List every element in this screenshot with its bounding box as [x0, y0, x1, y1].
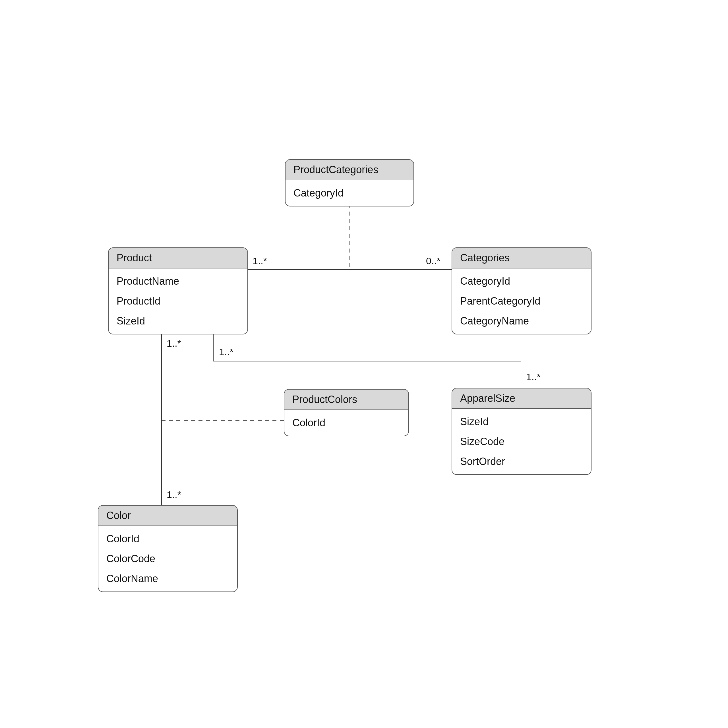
entity-attribute: SizeCode: [460, 432, 583, 451]
entity-categories: Categories CategoryId ParentCategoryId C…: [451, 248, 592, 335]
entity-attribute: ProductName: [116, 271, 239, 291]
entity-attribute: ColorId: [292, 413, 401, 433]
entity-color: Color ColorId ColorCode ColorName: [98, 505, 238, 592]
entity-attribute: SortOrder: [460, 451, 583, 471]
entity-attribute: SizeId: [460, 412, 583, 432]
entity-attribute: ColorName: [106, 569, 229, 589]
multiplicity-label: 1..*: [526, 372, 541, 382]
multiplicity-label: 1..*: [167, 338, 181, 349]
entity-attribute: CategoryName: [460, 311, 583, 331]
entity-product-categories: ProductCategories CategoryId: [285, 159, 414, 206]
entity-attribute: SizeId: [116, 311, 239, 331]
entity-title: Categories: [452, 248, 591, 268]
uml-canvas: ProductCategories CategoryId Product Pro…: [0, 0, 728, 728]
entity-attribute: ProductId: [116, 291, 239, 311]
entity-title: ProductCategories: [286, 160, 413, 180]
entity-apparel-size: ApparelSize SizeId SizeCode SortOrder: [451, 388, 592, 475]
entity-product: Product ProductName ProductId SizeId: [108, 248, 248, 335]
entity-product-colors: ProductColors ColorId: [284, 389, 409, 436]
multiplicity-label: 0..*: [426, 255, 440, 266]
multiplicity-label: 1..*: [252, 255, 267, 266]
entity-title: Color: [98, 506, 237, 526]
entity-title: ProductColors: [284, 390, 408, 410]
entity-attribute: CategoryId: [460, 271, 583, 291]
entity-attribute: CategoryId: [294, 183, 405, 203]
multiplicity-label: 1..*: [167, 489, 181, 500]
entity-title: ApparelSize: [452, 388, 591, 409]
entity-attribute: ColorCode: [106, 549, 229, 569]
entity-attribute: ParentCategoryId: [460, 291, 583, 311]
entity-attribute: ColorId: [106, 529, 229, 549]
connectors-layer: [0, 0, 728, 728]
multiplicity-label: 1..*: [219, 346, 234, 358]
entity-title: Product: [109, 248, 248, 268]
